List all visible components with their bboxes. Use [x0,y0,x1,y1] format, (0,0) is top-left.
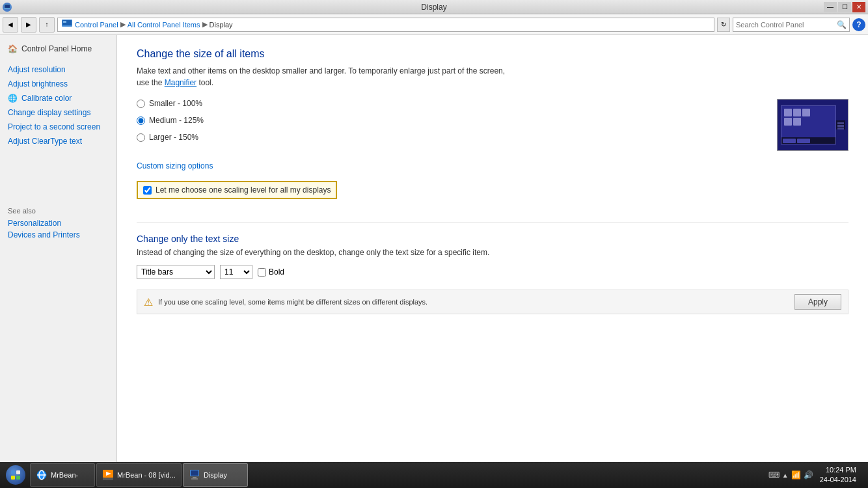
sidebar-home[interactable]: 🏠 Control Panel Home [0,42,116,56]
preview-taskbar-item-1 [783,139,796,143]
size-preview [777,99,848,151]
sidebar-item-project-second-screen[interactable]: Project to a second screen [0,120,116,134]
sidebar-item-adjust-resolution[interactable]: Adjust resolution [0,62,116,77]
custom-sizing-link[interactable]: Custom sizing options [137,161,848,170]
forward-button[interactable]: ▶ [21,17,36,33]
bold-label: Bold [269,267,284,277]
preview-side-item-2 [837,125,844,127]
speaker-icon[interactable]: 🔊 [804,470,813,480]
clock-date: 24-04-2014 [820,475,856,485]
help-button[interactable]: ? [852,18,865,31]
radio-larger-label: Larger - 150% [149,133,198,142]
preview-icon-4 [784,118,792,126]
search-box[interactable]: 🔍 [733,18,850,32]
desc-text-3: tool. [198,78,213,87]
clock-time: 10:24 PM [820,465,856,475]
see-also-section: See also Personalization Devices and Pri… [0,200,116,249]
apply-button[interactable]: Apply [794,294,841,310]
radio-medium-label: Medium - 125% [149,116,204,125]
taskbar-app-media[interactable]: MrBean - 08 [vid... [96,463,182,487]
radio-smaller[interactable]: Smaller - 100% [137,99,764,108]
main-description: Make text and other items on the desktop… [137,65,848,88]
see-also-devices-printers[interactable]: Devices and Printers [8,230,109,239]
media-app-label: MrBean - 08 [vid... [117,471,176,479]
svg-rect-1 [5,5,10,8]
scaling-checkbox-label[interactable]: Let me choose one scaling level for all … [156,185,331,195]
display-icon [189,469,200,481]
address-path[interactable]: Control Panel ▶ All Control Panel Items … [57,18,714,32]
start-orb [6,465,25,485]
search-icon[interactable]: 🔍 [837,20,847,29]
path-all[interactable]: All Control Panel Items [128,21,200,29]
preview-icon-5 [793,118,801,126]
desc-text-1: Make text and other items on the desktop… [137,66,505,75]
search-input[interactable] [736,21,834,29]
text-element-select[interactable]: Title bars Menus Message boxes Palette t… [137,265,215,279]
sidebar-item-change-display-settings[interactable]: Change display settings [0,105,116,120]
magnifier-link[interactable]: Magnifier [165,78,197,87]
radio-medium-input[interactable] [137,116,145,125]
title-bar-controls: — ☐ ✕ [824,2,865,12]
minimize-button[interactable]: — [824,2,837,12]
close-button[interactable]: ✕ [852,2,865,12]
radio-larger-input[interactable] [137,133,145,142]
up-button[interactable]: ↑ [39,17,55,33]
warning-text: If you use one scaling level, some items… [158,298,789,306]
ie-icon [36,469,47,481]
svg-rect-18 [193,477,197,478]
svg-rect-15 [103,478,113,480]
preview-side-item-1 [837,122,844,124]
taskbar-app-display[interactable]: Display [183,463,248,487]
preview-taskbar-item-2 [797,139,810,143]
taskbar-app-ie[interactable]: MrBean- [30,463,95,487]
maximize-button[interactable]: ☐ [838,2,851,12]
title-bar-left [3,3,12,12]
title-bar: Display — ☐ ✕ [0,0,868,14]
address-bar: ◀ ▶ ↑ Control Panel ▶ All Control Panel … [0,14,868,35]
radio-smaller-input[interactable] [137,100,145,108]
home-icon: 🏠 [8,44,18,53]
svg-rect-9 [16,476,20,480]
sidebar-item-cleartype[interactable]: Adjust ClearType text [0,134,116,148]
scaling-checkbox-container: Let me choose one scaling level for all … [137,181,337,199]
radio-larger[interactable]: Larger - 150% [137,133,764,142]
see-also-personalization[interactable]: Personalization [8,219,109,228]
text-size-row: Title bars Menus Message boxes Palette t… [137,265,848,279]
see-also-title: See also [8,207,109,215]
text-size-select[interactable]: 6 7 8 9 10 11 12 [220,265,252,279]
radio-medium[interactable]: Medium - 125% [137,116,764,125]
preview-side [836,120,845,129]
bold-checkbox[interactable] [258,268,266,277]
svg-rect-17 [191,470,198,476]
path-home[interactable]: Control Panel [75,21,118,29]
keyboard-icon[interactable]: ⌨ [768,470,780,480]
clock[interactable]: 10:24 PM 24-04-2014 [816,465,860,485]
svg-rect-8 [11,476,15,480]
main-title: Change the size of all items [137,48,848,60]
sidebar-item-calibrate-color[interactable]: 🌐 Calibrate color [0,91,116,105]
title-bar-title: Display [421,3,446,12]
display-app-label: Display [204,471,227,479]
expand-tray-icon[interactable]: ▲ [782,472,789,479]
media-icon [102,469,114,481]
sidebar-item-adjust-brightness[interactable]: Adjust brightness [0,77,116,91]
text-size-desc: Instead of changing the size of everythi… [137,248,848,257]
refresh-button[interactable]: ↻ [717,18,730,32]
svg-rect-19 [191,478,198,480]
main-container: 🏠 Control Panel Home Adjust resolution A… [0,35,868,462]
svg-rect-7 [16,470,20,474]
preview-inner [781,105,836,144]
back-button[interactable]: ◀ [3,17,18,33]
start-button[interactable] [3,463,29,487]
path-current: Display [210,21,233,29]
scaling-checkbox[interactable] [143,186,152,195]
preview-icon-1 [784,109,792,116]
path-sep-1: ▶ [120,20,126,29]
radio-group: Smaller - 100% Medium - 125% Larger - 15… [137,99,764,151]
bold-checkbox-label[interactable]: Bold [258,267,284,277]
size-options-container: Smaller - 100% Medium - 125% Larger - 15… [137,99,848,151]
network-icon[interactable]: 📶 [791,470,801,480]
content-area: Change the size of all items Make text a… [117,35,868,462]
preview-icon-2 [793,109,801,116]
preview-icon-grid [784,109,810,126]
